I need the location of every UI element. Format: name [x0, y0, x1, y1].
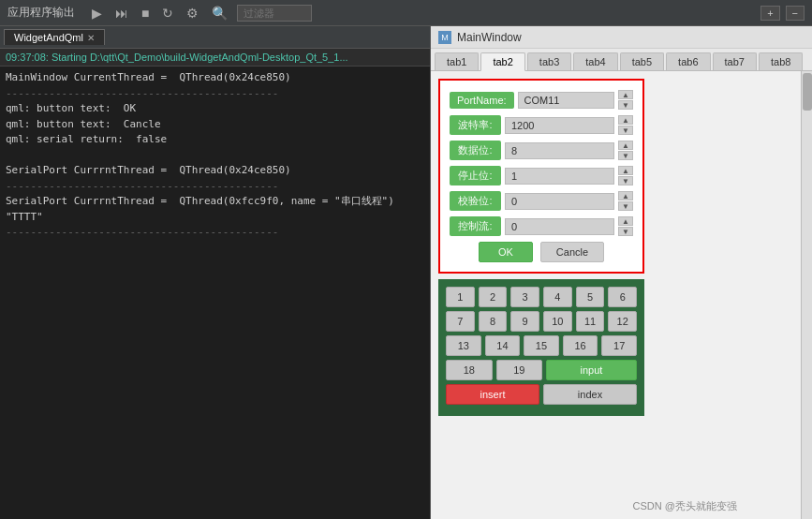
- console-panel: WidgetAndQml ✕ 09:37:08: Starting D:\qtt…: [0, 26, 431, 519]
- form-row-portname: PortName: COM11 ▲ ▼: [450, 90, 633, 110]
- close-tab-icon[interactable]: ✕: [87, 33, 95, 43]
- plus-button[interactable]: +: [760, 6, 779, 21]
- input-button[interactable]: input: [546, 360, 637, 380]
- label-stopbits: 停止位:: [450, 166, 501, 185]
- spin-down[interactable]: ▼: [618, 201, 633, 211]
- form-row-baudrate: 波特率: 1200 ▲ ▼: [450, 115, 633, 135]
- num-btn-1[interactable]: 1: [446, 287, 475, 307]
- spin-up[interactable]: ▲: [618, 191, 633, 200]
- spin-up[interactable]: ▲: [618, 141, 633, 150]
- tab-tab3[interactable]: tab3: [527, 52, 571, 70]
- tab-tab1[interactable]: tab1: [435, 52, 479, 70]
- spin-up[interactable]: ▲: [618, 90, 633, 99]
- num-btn-12[interactable]: 12: [608, 311, 637, 332]
- spin-parity: ▲ ▼: [618, 191, 633, 211]
- num-btn-17[interactable]: 17: [601, 335, 637, 356]
- qt-window-title: MainWindow: [457, 31, 522, 44]
- value-baudrate: 1200: [505, 117, 614, 134]
- numpad-row-3: 13 14 15 16 17: [446, 335, 637, 356]
- main-area: WidgetAndQml ✕ 09:37:08: Starting D:\qtt…: [0, 26, 812, 519]
- console-output: MainWindow CurrentThread = QThread(0x24c…: [0, 67, 430, 519]
- spin-down[interactable]: ▼: [618, 176, 633, 185]
- console-line: ----------------------------------------…: [6, 86, 424, 102]
- toolbar: 应用程序输出 ▶ ⏭ ■ ↻ ⚙ 🔍 + −: [0, 0, 812, 26]
- console-tab-label: WidgetAndQml: [14, 32, 83, 43]
- spin-portname: ▲ ▼: [618, 90, 633, 110]
- numpad-row-4: 18 19 input: [446, 360, 637, 380]
- stop-icon[interactable]: ■: [138, 4, 153, 22]
- spin-down[interactable]: ▼: [618, 100, 633, 110]
- scrollbar-thumb[interactable]: [803, 73, 812, 111]
- filter-input[interactable]: [237, 5, 312, 22]
- console-line: [6, 148, 424, 164]
- spin-down[interactable]: ▼: [618, 227, 633, 236]
- form-row-flowcontrol: 控制流: 0 ▲ ▼: [450, 216, 633, 236]
- num-btn-10[interactable]: 10: [543, 311, 572, 332]
- spin-databits: ▲ ▼: [618, 141, 633, 160]
- label-portname: PortName:: [450, 92, 514, 109]
- spin-flowcontrol: ▲ ▼: [618, 216, 633, 236]
- spin-down[interactable]: ▼: [618, 151, 633, 160]
- value-databits: 8: [505, 142, 614, 159]
- minus-button[interactable]: −: [786, 6, 805, 21]
- tab-tab5[interactable]: tab5: [620, 52, 664, 70]
- numpad-grid: 1 2 3 4 5 6 7 8 9 10 11 12: [438, 279, 644, 416]
- spin-up[interactable]: ▲: [618, 166, 633, 175]
- num-btn-7[interactable]: 7: [446, 311, 475, 332]
- num-btn-15[interactable]: 15: [524, 335, 559, 356]
- num-btn-8[interactable]: 8: [479, 311, 508, 332]
- label-parity: 校验位:: [450, 191, 501, 211]
- form-row-parity: 校验位: 0 ▲ ▼: [450, 191, 633, 211]
- index-button[interactable]: index: [543, 384, 637, 405]
- tab-tab7[interactable]: tab7: [713, 52, 757, 70]
- console-line: qml: serial return: false: [6, 132, 424, 148]
- cancle-button[interactable]: Cancle: [540, 242, 604, 262]
- spin-stopbits: ▲ ▼: [618, 166, 633, 185]
- form-row-stopbits: 停止位: 1 ▲ ▼: [450, 166, 633, 185]
- num-btn-11[interactable]: 11: [576, 311, 605, 332]
- num-btn-6[interactable]: 6: [608, 287, 637, 307]
- restart-icon[interactable]: ↻: [158, 4, 177, 22]
- form-row-databits: 数据位: 8 ▲ ▼: [450, 141, 633, 160]
- spin-up[interactable]: ▲: [618, 216, 633, 226]
- step-icon[interactable]: ⏭: [111, 4, 132, 22]
- num-btn-4[interactable]: 4: [543, 287, 572, 307]
- scrollbar[interactable]: [801, 71, 812, 519]
- num-btn-19[interactable]: 19: [496, 360, 543, 380]
- search-icon[interactable]: 🔍: [208, 4, 231, 22]
- toolbar-title: 应用程序输出: [7, 5, 75, 21]
- console-line: qml: button text: Cancle: [6, 117, 424, 133]
- form-buttons: OK Cancle: [450, 242, 633, 262]
- num-btn-2[interactable]: 2: [479, 287, 508, 307]
- qt-tab-bar: tab1 tab2 tab3 tab4 tab5 tab6 tab7 tab8: [431, 49, 812, 71]
- value-portname: COM11: [518, 92, 614, 109]
- spin-down[interactable]: ▼: [618, 126, 633, 135]
- num-btn-3[interactable]: 3: [510, 287, 539, 307]
- tab-tab2[interactable]: tab2: [480, 52, 524, 71]
- console-line: qml: button text: OK: [6, 101, 424, 117]
- num-btn-16[interactable]: 16: [563, 335, 598, 356]
- run-icon[interactable]: ▶: [88, 4, 106, 22]
- qt-panel: M MainWindow tab1 tab2 tab3 tab4 tab5 ta…: [431, 26, 812, 519]
- label-databits: 数据位:: [450, 141, 501, 160]
- num-btn-14[interactable]: 14: [485, 335, 521, 356]
- ok-button[interactable]: OK: [479, 242, 533, 262]
- tab-tab6[interactable]: tab6: [666, 52, 710, 70]
- tab-tab4[interactable]: tab4: [573, 52, 617, 70]
- console-line: ----------------------------------------…: [6, 225, 424, 241]
- value-flowcontrol: 0: [505, 218, 614, 235]
- value-stopbits: 1: [505, 168, 614, 185]
- spin-up[interactable]: ▲: [618, 115, 633, 125]
- num-btn-5[interactable]: 5: [576, 287, 605, 307]
- console-tab-widgetandqml[interactable]: WidgetAndQml ✕: [4, 29, 105, 45]
- qt-content: PortName: COM11 ▲ ▼ 波特率: 1200 ▲ ▼: [431, 71, 801, 519]
- num-btn-18[interactable]: 18: [446, 360, 493, 380]
- value-parity: 0: [505, 193, 614, 210]
- num-btn-9[interactable]: 9: [510, 311, 539, 332]
- num-btn-13[interactable]: 13: [446, 335, 481, 356]
- insert-button[interactable]: insert: [446, 384, 539, 405]
- console-tab-bar: WidgetAndQml ✕: [0, 26, 430, 49]
- serial-port-form: PortName: COM11 ▲ ▼ 波特率: 1200 ▲ ▼: [438, 79, 644, 274]
- tab-tab8[interactable]: tab8: [759, 52, 803, 70]
- settings-icon[interactable]: ⚙: [183, 4, 202, 22]
